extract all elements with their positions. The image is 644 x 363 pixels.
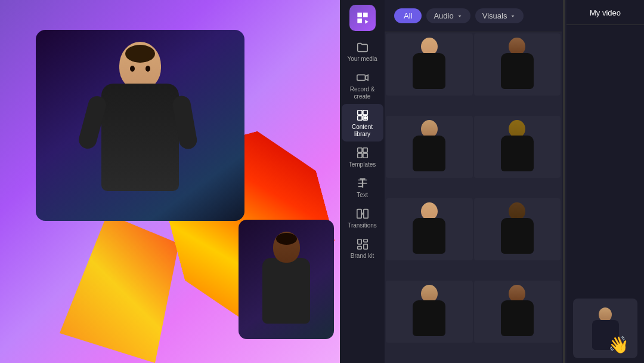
avatar-body-8: [501, 300, 534, 336]
sidebar-label-transitions: Transitions: [348, 222, 377, 229]
media-cell-7[interactable]: [386, 281, 473, 343]
content-area: All Audio Visuals: [385, 0, 562, 363]
transitions-icon: [356, 207, 369, 220]
sidebar-item-your-media[interactable]: Your media: [342, 36, 383, 66]
avatar-3: [408, 120, 450, 174]
character-head: [119, 42, 161, 90]
brand-kit-icon: [356, 238, 369, 251]
svg-rect-8: [357, 153, 361, 158]
svg-rect-12: [357, 239, 361, 244]
record-icon: [356, 71, 369, 84]
avatar-body-1: [413, 53, 445, 89]
media-cell-6[interactable]: [474, 198, 561, 260]
media-cell-2[interactable]: [474, 33, 561, 96]
media-cell-8[interactable]: [474, 281, 561, 343]
sidebar-item-templates[interactable]: Templates: [342, 141, 383, 172]
svg-rect-3: [357, 116, 361, 120]
my-video-content: 👋: [566, 25, 644, 363]
svg-point-5: [364, 117, 366, 119]
media-cell-1[interactable]: [386, 33, 473, 96]
avatar-4: [496, 120, 538, 174]
sidebar-item-record-create[interactable]: Record & create: [342, 66, 383, 104]
svg-rect-1: [357, 110, 361, 115]
logo-icon: [355, 10, 370, 26]
svg-rect-10: [357, 210, 361, 219]
filter-visuals-dropdown[interactable]: Visuals: [475, 8, 524, 23]
sidebar-item-transitions[interactable]: Transitions: [342, 202, 383, 233]
media-grid: [385, 32, 562, 363]
eye-left: [130, 66, 135, 72]
svg-rect-14: [363, 244, 367, 249]
filter-audio-dropdown[interactable]: Audio: [426, 8, 470, 23]
svg-rect-6: [357, 148, 361, 152]
svg-rect-9: [363, 153, 367, 158]
audio-chevron-icon: [456, 13, 463, 20]
main-character-frame: [36, 30, 244, 221]
sidebar-item-text[interactable]: Text: [342, 172, 383, 202]
sm-character-head: [273, 232, 300, 263]
avatar-body-7: [413, 300, 445, 336]
svg-rect-7: [363, 148, 367, 152]
secondary-character-frame: [239, 220, 334, 339]
sidebar-item-brand-kit[interactable]: Brand kit: [342, 233, 383, 263]
avatar-6: [496, 202, 538, 256]
visuals-chevron-icon: [509, 13, 516, 20]
eye-right: [145, 66, 150, 72]
avatar-8: [496, 285, 538, 339]
avatar-body-6: [501, 218, 534, 254]
content-library-icon: [356, 109, 369, 122]
media-cell-4[interactable]: [474, 116, 561, 178]
sidebar: Your media Record & create Content libra…: [340, 0, 385, 363]
avatar-7: [408, 285, 450, 339]
sidebar-label-content-library: Content library: [344, 124, 381, 138]
decorative-shape: [60, 214, 179, 363]
sidebar-label-brand-kit: Brand kit: [351, 253, 374, 260]
arm-left: [77, 94, 108, 151]
media-cell-3[interactable]: [386, 116, 473, 178]
folder-icon: [356, 41, 369, 54]
my-video-panel: My video 👋: [566, 0, 644, 363]
svg-rect-13: [363, 239, 367, 242]
media-cell-5[interactable]: [386, 198, 473, 260]
sidebar-item-content-library[interactable]: Content library: [342, 104, 383, 141]
right-panel: Your media Record & create Content libra…: [340, 0, 644, 363]
arm-right: [171, 94, 198, 150]
avatar-body-2: [501, 53, 534, 89]
avatar-body-3: [413, 136, 445, 171]
scroll-divider: [563, 0, 565, 363]
canvas-area: [0, 0, 340, 363]
app-logo: [349, 5, 376, 31]
filter-bar: All Audio Visuals: [385, 0, 562, 32]
avatar-body-4: [501, 136, 534, 171]
filter-all-button[interactable]: All: [394, 8, 422, 23]
text-icon: [356, 177, 369, 190]
main-character: [80, 42, 200, 209]
secondary-character: [256, 232, 316, 327]
svg-rect-15: [357, 247, 361, 250]
avatar-5: [408, 202, 450, 256]
sidebar-label-templates: Templates: [349, 161, 376, 168]
svg-rect-2: [363, 110, 367, 115]
avatar-2: [496, 38, 538, 91]
avatar-1: [408, 38, 450, 91]
my-video-header: My video: [566, 0, 644, 25]
sidebar-label-your-media: Your media: [347, 56, 377, 63]
svg-rect-0: [357, 75, 365, 80]
video-thumbnail[interactable]: 👋: [573, 299, 637, 358]
avatar-body-5: [413, 218, 445, 254]
sm-character-body: [262, 258, 310, 324]
sidebar-label-record-create: Record & create: [344, 86, 381, 100]
cursor-hand-icon: 👋: [608, 337, 629, 353]
sidebar-label-text: Text: [357, 192, 367, 199]
thumb-avatar-head: [599, 307, 612, 322]
templates-icon: [356, 146, 369, 159]
character-body: [101, 84, 179, 191]
